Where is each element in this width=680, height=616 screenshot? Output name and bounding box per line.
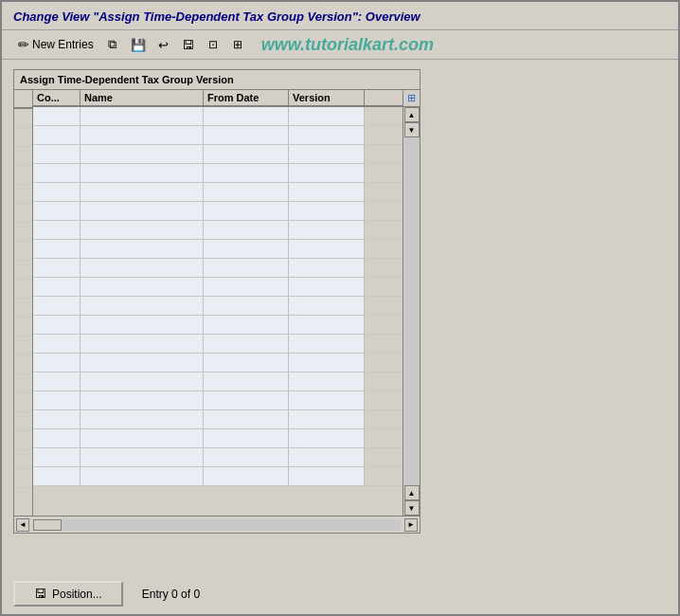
page-title: Change View "Assign Time-Dependent Tax G… xyxy=(13,9,667,24)
scroll-left-icon: ◄ xyxy=(19,520,27,529)
copy-button[interactable]: ⧉ xyxy=(102,34,123,55)
table-row[interactable] xyxy=(33,467,403,486)
floppy-icon: 🖫 xyxy=(182,38,194,52)
row-selector-1[interactable] xyxy=(14,109,32,128)
scroll-up2-button[interactable]: ▲ xyxy=(404,485,420,500)
table-wrapper: Co... Name From Date Version xyxy=(14,90,420,516)
row-selector-13[interactable] xyxy=(14,336,32,355)
toolbar: ✏ New Entries ⧉ 💾 ↩ 🖫 ⊡ ⊞ www.tutorialka… xyxy=(2,30,678,60)
row-selector-col xyxy=(14,90,33,516)
table-row[interactable] xyxy=(33,316,403,335)
move-icon: ⊞ xyxy=(233,38,242,51)
scroll-down2-icon: ▼ xyxy=(408,504,416,513)
row-selector-9[interactable] xyxy=(14,261,32,280)
table-row[interactable] xyxy=(33,202,403,221)
table-panel: Assign Time-Dependent Tax Group Version xyxy=(13,69,421,534)
row-selector-12[interactable] xyxy=(14,317,32,336)
row-selector-3[interactable] xyxy=(14,147,32,166)
row-selector-8[interactable] xyxy=(14,242,32,261)
row-selector-14[interactable] xyxy=(14,355,32,374)
vertical-scrollbar: ⊞ ▲ ▼ ▲ ▼ xyxy=(403,90,420,516)
scroll-down-icon: ▼ xyxy=(408,126,416,135)
row-selector-2[interactable] xyxy=(14,128,32,147)
scroll-up-button[interactable]: ▲ xyxy=(404,107,420,122)
table-row[interactable] xyxy=(33,221,403,240)
scroll-left-button[interactable]: ◄ xyxy=(16,518,29,532)
row-selector-15[interactable] xyxy=(14,374,32,393)
row-selector-17[interactable] xyxy=(14,412,32,431)
undo-button[interactable]: ↩ xyxy=(153,34,174,55)
table-row[interactable] xyxy=(33,145,403,164)
horizontal-scrollbar: ◄ ► xyxy=(14,516,420,533)
position-button[interactable]: 🖫 Position... xyxy=(13,581,123,607)
content-area: Assign Time-Dependent Tax Group Version xyxy=(2,60,678,573)
scroll-right-button[interactable]: ► xyxy=(404,518,418,532)
v-scroll-track[interactable] xyxy=(404,137,420,485)
save-icon: 💾 xyxy=(131,38,146,52)
table-row[interactable] xyxy=(33,107,403,126)
table-row[interactable] xyxy=(33,164,403,183)
table-row[interactable] xyxy=(33,448,403,467)
move-button[interactable]: ⊞ xyxy=(227,34,248,55)
col-header-co[interactable]: Co... xyxy=(33,90,81,105)
row-selector-20[interactable] xyxy=(14,469,32,488)
table-row[interactable] xyxy=(33,240,403,259)
row-selector-10[interactable] xyxy=(14,280,32,299)
entry-count: Entry 0 of 0 xyxy=(142,588,200,601)
data-table: Co... Name From Date Version xyxy=(33,90,403,516)
table-icon: ⊞ xyxy=(407,92,416,104)
floppy-button[interactable]: 🖫 xyxy=(178,34,199,55)
pencil-icon: ✏ xyxy=(18,37,29,52)
table-row[interactable] xyxy=(33,126,403,145)
title-bar: Change View "Assign Time-Dependent Tax G… xyxy=(2,2,678,30)
row-selector-7[interactable] xyxy=(14,223,32,242)
table-row[interactable] xyxy=(33,297,403,316)
table-row[interactable] xyxy=(33,335,403,353)
header-selector xyxy=(14,90,32,109)
h-scroll-track[interactable] xyxy=(33,519,401,531)
copy2-icon: ⊡ xyxy=(208,38,218,51)
col-header-name[interactable]: Name xyxy=(81,90,204,105)
col-header-from-date[interactable]: From Date xyxy=(204,90,289,105)
new-entries-label: New Entries xyxy=(32,38,94,51)
position-icon: 🖫 xyxy=(34,587,46,601)
scroll-right-icon: ► xyxy=(407,520,415,529)
bottom-bar: 🖫 Position... Entry 0 of 0 xyxy=(2,573,678,614)
table-row[interactable] xyxy=(33,429,403,448)
row-selector-6[interactable] xyxy=(14,204,32,223)
table-row[interactable] xyxy=(33,259,403,278)
copy2-button[interactable]: ⊡ xyxy=(203,34,224,55)
table-row[interactable] xyxy=(33,278,403,297)
table-row[interactable] xyxy=(33,410,403,429)
table-body xyxy=(33,107,403,516)
table-row[interactable] xyxy=(33,183,403,202)
h-scroll-thumb[interactable] xyxy=(33,519,62,531)
row-selector-18[interactable] xyxy=(14,431,32,450)
position-label: Position... xyxy=(52,588,102,601)
scroll-up-icon: ▲ xyxy=(408,111,416,119)
scroll-down-button[interactable]: ▼ xyxy=(404,122,420,137)
save-button[interactable]: 💾 xyxy=(127,34,150,55)
new-entries-button[interactable]: ✏ New Entries xyxy=(13,34,98,55)
table-row[interactable] xyxy=(33,391,403,410)
table-row[interactable] xyxy=(33,353,403,372)
table-row[interactable] xyxy=(33,372,403,391)
watermark-text: www.tutorialkart.com xyxy=(261,35,434,55)
row-selector-19[interactable] xyxy=(14,450,32,469)
table-header: Co... Name From Date Version xyxy=(33,90,403,107)
col-header-version[interactable]: Version xyxy=(289,90,365,105)
row-selector-4[interactable] xyxy=(14,166,32,185)
table-title: Assign Time-Dependent Tax Group Version xyxy=(14,70,420,90)
row-selector-11[interactable] xyxy=(14,299,32,317)
copy-icon: ⧉ xyxy=(108,37,116,52)
row-selector-16[interactable] xyxy=(14,393,32,412)
undo-icon: ↩ xyxy=(158,38,169,52)
main-window: Change View "Assign Time-Dependent Tax G… xyxy=(0,0,680,616)
scroll-down2-button[interactable]: ▼ xyxy=(404,500,420,516)
scroll-up2-icon: ▲ xyxy=(408,489,416,498)
row-selector-5[interactable] xyxy=(14,185,32,204)
